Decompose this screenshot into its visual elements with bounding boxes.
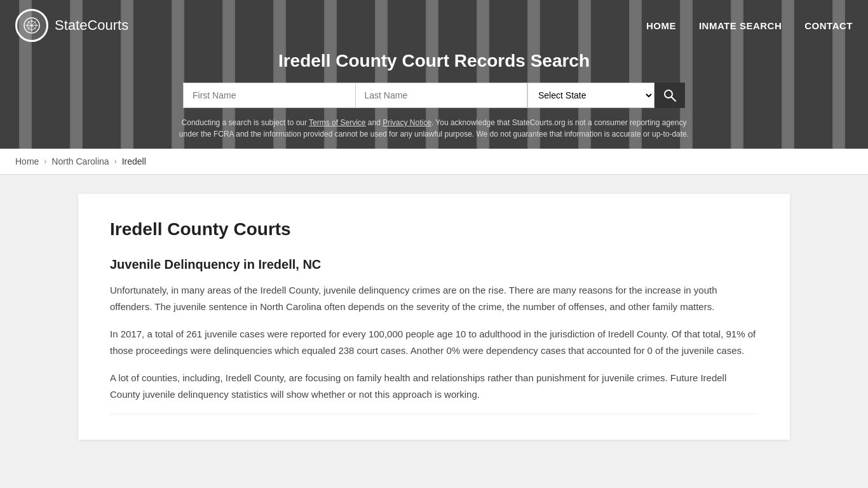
breadcrumb-state[interactable]: North Carolina bbox=[51, 156, 109, 166]
search-icon bbox=[663, 89, 676, 102]
navbar: StateCourts HOME INMATE SEARCH CONTACT bbox=[0, 0, 868, 51]
svg-point-9 bbox=[665, 90, 672, 98]
section1-para2: In 2017, a total of 261 juvenile cases w… bbox=[110, 326, 758, 358]
state-select[interactable]: Select State Alabama Alaska Arizona Arka… bbox=[527, 83, 654, 108]
nav-home[interactable]: HOME bbox=[646, 20, 676, 31]
nav-links: HOME INMATE SEARCH CONTACT bbox=[646, 20, 853, 31]
nav-inmate-search[interactable]: INMATE SEARCH bbox=[699, 20, 782, 31]
logo-icon bbox=[15, 9, 48, 42]
breadcrumb-current: Iredell bbox=[122, 156, 146, 166]
search-button[interactable] bbox=[654, 83, 685, 108]
breadcrumb: Home › North Carolina › Iredell bbox=[0, 149, 868, 175]
section1-para3: A lot of counties, including, Iredell Co… bbox=[110, 370, 758, 402]
page-title: Iredell County Courts bbox=[110, 219, 758, 240]
logo[interactable]: StateCourts bbox=[15, 9, 128, 42]
breadcrumb-sep-1: › bbox=[44, 157, 46, 166]
section-divider bbox=[110, 414, 758, 414]
disclaimer: Conducting a search is subject to our Te… bbox=[161, 117, 707, 149]
logo-text: StateCourts bbox=[55, 17, 128, 34]
hero-title: Iredell County Court Records Search bbox=[278, 51, 590, 71]
nav-contact[interactable]: CONTACT bbox=[804, 20, 853, 31]
privacy-link[interactable]: Privacy Notice bbox=[383, 118, 431, 127]
breadcrumb-home[interactable]: Home bbox=[15, 156, 39, 166]
content-card: Iredell County Courts Juvenile Delinquen… bbox=[78, 194, 790, 440]
first-name-input[interactable] bbox=[183, 83, 355, 108]
main-content: Iredell County Courts Juvenile Delinquen… bbox=[65, 194, 803, 440]
breadcrumb-sep-2: › bbox=[114, 157, 117, 166]
search-form: Select State Alabama Alaska Arizona Arka… bbox=[183, 83, 685, 108]
section1-para1: Unfortunately, in many areas of the Ired… bbox=[110, 282, 758, 315]
terms-link[interactable]: Terms of Service bbox=[309, 118, 365, 127]
svg-line-10 bbox=[672, 97, 675, 101]
section1-heading: Juvenile Delinquency in Iredell, NC bbox=[110, 257, 758, 272]
last-name-input[interactable] bbox=[355, 83, 528, 108]
